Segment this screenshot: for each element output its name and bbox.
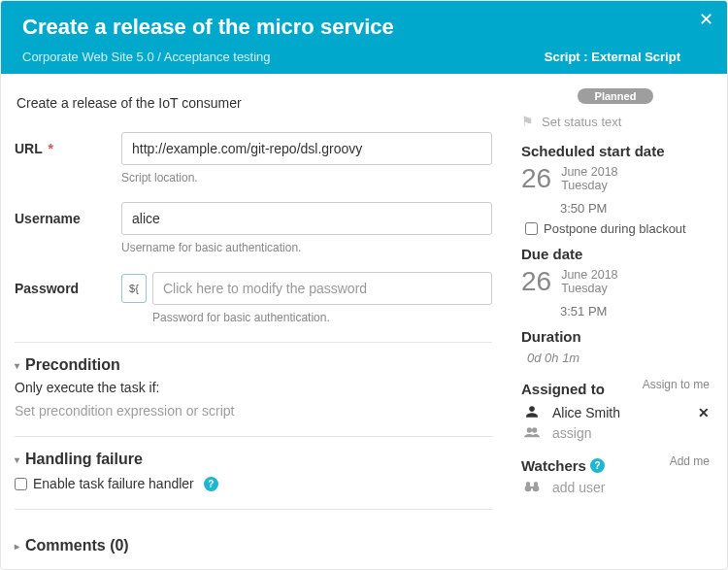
chevron-down-icon: ▾ [15, 360, 19, 371]
svg-rect-5 [526, 482, 530, 486]
required-mark: * [48, 141, 52, 156]
task-subtitle: Create a release of the IoT consumer [17, 95, 492, 111]
password-label: Password [15, 272, 121, 296]
postpone-blackout-label: Postpone during blackout [544, 221, 686, 236]
scheduled-heading: Scheduled start date [521, 143, 710, 159]
status-badge: Planned [578, 88, 654, 104]
chevron-right-icon: ▸ [15, 541, 19, 552]
username-field-row: Username Username for basic authenticati… [15, 202, 492, 254]
svg-point-1 [532, 427, 537, 432]
postpone-blackout-checkbox[interactable] [525, 222, 538, 235]
assigned-heading: Assigned to [521, 381, 605, 397]
assigned-person-name: Alice Smith [552, 405, 620, 420]
handling-failure-toggle[interactable]: ▾ Handling failure [15, 451, 492, 468]
info-icon[interactable]: ? [590, 458, 605, 473]
close-icon[interactable]: ✕ [699, 11, 713, 28]
scheduled-weekday: Tuesday [561, 179, 617, 192]
comments-section: ▸ Comments (0) [15, 509, 492, 564]
assign-placeholder-row[interactable]: assign [523, 425, 710, 442]
enable-failure-handler-checkbox[interactable] [15, 478, 27, 490]
due-day: 26 [521, 268, 551, 295]
remove-assignee-icon[interactable]: ✕ [698, 405, 710, 420]
script-type-label: Script : External Script [545, 50, 680, 64]
person-icon [523, 405, 541, 421]
due-time[interactable]: 3:51 PM [560, 304, 710, 319]
svg-point-2 [525, 485, 532, 491]
due-weekday: Tuesday [561, 282, 617, 295]
precondition-placeholder[interactable]: Set precondition expression or script [15, 403, 492, 419]
due-date[interactable]: 26 June 2018 Tuesday [521, 268, 710, 296]
url-hint: Script location. [121, 171, 492, 184]
scheduled-time[interactable]: 3:50 PM [560, 201, 710, 216]
duration-value: 0d 0h 1m [527, 351, 710, 365]
svg-point-3 [533, 485, 540, 491]
password-field-row: Password ${ Password for basic authentic… [15, 272, 492, 324]
release-task-dialog: Create a release of the micro service Co… [0, 0, 728, 570]
scheduled-month-year: June 2018 [561, 165, 617, 179]
url-field-row: URL * Script location. [15, 132, 492, 184]
precondition-section: ▾ Precondition Only execute the task if:… [15, 342, 492, 419]
precondition-toggle[interactable]: ▾ Precondition [15, 356, 492, 374]
svg-rect-6 [534, 482, 538, 486]
comments-toggle[interactable]: ▸ Comments (0) [15, 537, 492, 554]
scheduled-day: 26 [521, 165, 551, 192]
dialog-title: Create a release of the micro service [22, 15, 706, 40]
duration-heading: Duration [521, 328, 710, 345]
main-panel: Create a release of the IoT consumer URL… [1, 74, 512, 569]
watchers-heading: Watchers ? [521, 457, 605, 474]
scheduled-date[interactable]: 26 June 2018 Tuesday [521, 165, 710, 193]
add-watcher-row[interactable]: add user [523, 480, 710, 495]
handling-failure-section: ▾ Handling failure Enable task failure h… [15, 436, 492, 491]
svg-point-0 [527, 427, 532, 432]
flag-icon: ⚑ [521, 114, 534, 129]
url-label: URL * [15, 132, 121, 156]
group-icon [523, 425, 541, 442]
url-input[interactable] [121, 132, 492, 165]
assigned-person-row: Alice Smith ✕ [523, 405, 710, 421]
precondition-note: Only execute the task if: [15, 380, 492, 395]
dialog-header: Create a release of the micro service Co… [1, 1, 727, 74]
password-input[interactable] [152, 272, 492, 305]
side-panel: Planned ⚑ Set status text Scheduled star… [512, 74, 727, 569]
due-month-year: June 2018 [561, 268, 617, 282]
username-input[interactable] [121, 202, 492, 235]
status-text-input[interactable]: Set status text [542, 115, 621, 129]
username-hint: Username for basic authentication. [121, 241, 492, 254]
chevron-down-icon: ▾ [15, 454, 19, 465]
password-hint: Password for basic authentication. [152, 311, 492, 324]
svg-rect-4 [531, 486, 534, 488]
add-me-watcher-link[interactable]: Add me [670, 454, 710, 468]
info-icon[interactable]: ? [204, 477, 218, 491]
password-token-button[interactable]: ${ [121, 274, 147, 303]
enable-failure-handler-label: Enable task failure handler [33, 476, 194, 491]
binoculars-icon [523, 480, 541, 495]
assign-to-me-link[interactable]: Assign to me [643, 378, 710, 391]
username-label: Username [15, 202, 121, 226]
due-heading: Due date [521, 246, 710, 262]
